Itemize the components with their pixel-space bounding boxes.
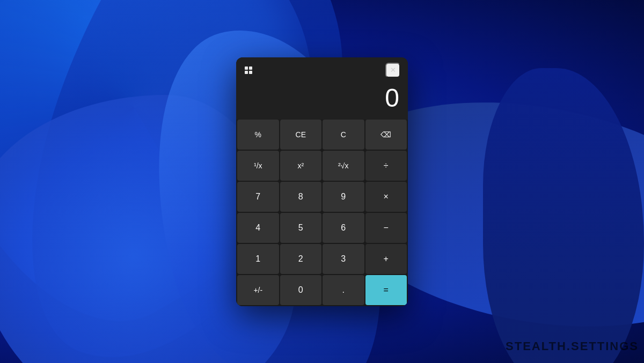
equals-button[interactable]: =: [365, 275, 407, 305]
four-button[interactable]: 4: [237, 213, 279, 243]
button-grid: % CE C ⌫ ¹/x x² ²√x ÷ 7 8 9 × 4 5 6 − 1 …: [236, 120, 408, 306]
add-button[interactable]: +: [365, 244, 407, 274]
svg-rect-2: [245, 71, 248, 74]
desktop: ✕ 0 % CE C ⌫ ¹/x x² ²√x ÷ 7 8 9 × 4 5 6: [0, 0, 644, 363]
six-button[interactable]: 6: [323, 213, 364, 243]
percent-button[interactable]: %: [237, 120, 279, 150]
multiply-button[interactable]: ×: [365, 182, 407, 212]
three-button[interactable]: 3: [323, 244, 364, 274]
display-value: 0: [245, 85, 399, 111]
sqrt-button[interactable]: ²√x: [323, 151, 364, 181]
one-button[interactable]: 1: [237, 244, 279, 274]
close-button[interactable]: ✕: [385, 63, 400, 78]
divide-button[interactable]: ÷: [365, 151, 407, 181]
display-area: 0: [236, 81, 408, 120]
subtract-button[interactable]: −: [365, 213, 407, 243]
backspace-button[interactable]: ⌫: [365, 120, 407, 150]
eight-button[interactable]: 8: [280, 182, 322, 212]
calculator-window: ✕ 0 % CE C ⌫ ¹/x x² ²√x ÷ 7 8 9 × 4 5 6: [236, 57, 408, 306]
negate-button[interactable]: +/-: [237, 275, 279, 305]
clear-entry-button[interactable]: CE: [280, 120, 322, 150]
seven-button[interactable]: 7: [237, 182, 279, 212]
square-button[interactable]: x²: [280, 151, 322, 181]
watermark: STEALTH.SETTINGS: [506, 339, 639, 353]
zero-button[interactable]: 0: [280, 275, 322, 305]
nine-button[interactable]: 9: [323, 182, 364, 212]
reciprocal-button[interactable]: ¹/x: [237, 151, 279, 181]
five-button[interactable]: 5: [280, 213, 322, 243]
svg-rect-3: [249, 71, 252, 74]
decimal-button[interactable]: .: [323, 275, 364, 305]
svg-rect-1: [249, 66, 252, 70]
clear-button[interactable]: C: [323, 120, 364, 150]
two-button[interactable]: 2: [280, 244, 322, 274]
calculator-menu-icon[interactable]: [244, 65, 253, 75]
title-bar-left: [244, 65, 253, 75]
title-bar: ✕: [236, 57, 408, 81]
svg-rect-0: [245, 66, 248, 70]
